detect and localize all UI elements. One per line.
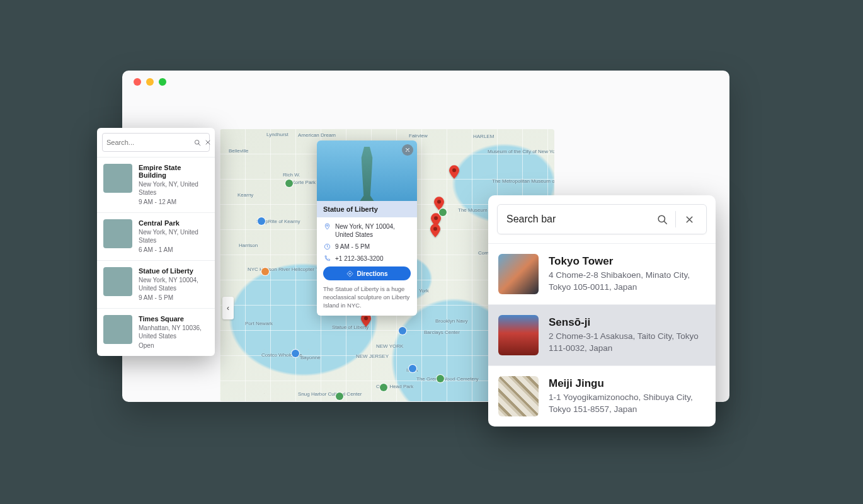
map-pin-icon[interactable] — [430, 224, 440, 238]
map-poi-icon — [437, 375, 444, 382]
small-clear-button[interactable] — [204, 135, 212, 149]
map-label: Brooklyn Navy — [435, 318, 468, 324]
places-sidebar-small: Empire State Building New York, NY, Unit… — [97, 128, 215, 356]
map-label: Lyndhurst — [266, 132, 289, 137]
svg-point-2 — [434, 216, 438, 220]
map-label: Bayonne — [300, 355, 321, 360]
close-icon — [204, 139, 212, 146]
place-address: Manhattan, NY 10036, United States — [139, 324, 209, 340]
map-poi-icon — [292, 350, 299, 357]
place-address: 4 Chome-2-8 Shibakoen, Minato City, Toky… — [549, 270, 706, 292]
place-title: Times Square — [139, 315, 209, 323]
places-sidebar-large: Tokyo Tower 4 Chome-2-8 Shibakoen, Minat… — [488, 195, 716, 427]
place-hours: Open — [139, 341, 209, 350]
small-search-button[interactable] — [193, 135, 202, 149]
window-close-dot[interactable] — [134, 78, 141, 86]
popup-hours-row: 9 AM - 5 PM — [323, 243, 411, 251]
window-minimize-dot[interactable] — [146, 78, 154, 86]
small-search-input[interactable] — [106, 139, 193, 146]
search-icon — [193, 139, 202, 147]
place-address: New York, NY, United States — [139, 180, 209, 197]
map-poi-icon — [439, 209, 447, 216]
big-list-item[interactable]: Tokyo Tower 4 Chome-2-8 Shibakoen, Minat… — [488, 244, 716, 305]
place-address: 1-1 Yoyogikamizonocho, Shibuya City, Tok… — [549, 392, 706, 415]
big-list-item[interactable]: Meiji Jingu 1-1 Yoyogikamizonocho, Shibu… — [488, 366, 716, 427]
place-thumbnail — [103, 164, 132, 193]
close-icon — [684, 214, 695, 225]
big-clear-button[interactable] — [678, 209, 700, 230]
map-poi-icon — [399, 327, 406, 335]
close-icon — [404, 147, 411, 153]
place-thumbnail — [498, 254, 539, 294]
map-label: NEW YORK — [376, 343, 403, 349]
location-pin-icon — [323, 222, 331, 230]
popup-address: New York, NY 10004, United States — [335, 222, 411, 239]
map-poi-icon — [336, 392, 343, 400]
map-label: Harrison — [239, 243, 258, 248]
place-hours: 9 AM - 12 AM — [139, 198, 209, 206]
small-list-item[interactable]: Empire State Building New York, NY, Unit… — [97, 157, 215, 212]
place-thumbnail — [103, 267, 132, 296]
big-search-input[interactable] — [506, 214, 651, 225]
svg-point-1 — [437, 200, 441, 203]
map-label: Port Newark — [245, 321, 273, 326]
map-label: HARLEM — [473, 134, 494, 139]
place-title: Central Park — [139, 219, 209, 227]
place-thumbnail — [498, 315, 539, 355]
small-search-bar[interactable] — [102, 133, 210, 152]
map-label: The Green-Wood Cemetery — [416, 376, 479, 382]
small-list-item[interactable]: Times Square Manhattan, NY 10036, United… — [97, 308, 215, 356]
map-label: Fairview — [409, 133, 428, 139]
popup-hero-image — [317, 140, 417, 201]
map-poi-icon — [258, 217, 265, 225]
phone-icon — [323, 255, 331, 262]
small-list-item[interactable]: Statue of Liberty New York, NY 10004, Un… — [97, 260, 215, 308]
popup-address-row: New York, NY 10004, United States — [323, 222, 411, 239]
svg-point-4 — [364, 316, 368, 320]
map-poi-icon — [380, 384, 387, 391]
window-titlebar — [122, 71, 729, 93]
popup-phone-row: +1 212-363-3200 — [323, 255, 411, 263]
place-title: Meiji Jingu — [549, 377, 706, 390]
place-thumbnail — [498, 376, 539, 416]
map-label: Barclays Center — [424, 329, 460, 335]
place-address: 2 Chome-3-1 Asakusa, Taito City, Tokyo 1… — [549, 331, 706, 353]
place-title: Tokyo Tower — [549, 255, 706, 268]
popup-description: The Statue of Liberty is a huge neoclass… — [323, 285, 411, 309]
popup-phone: +1 212-363-3200 — [335, 255, 383, 263]
place-title: Statue of Liberty — [139, 267, 209, 275]
directions-button[interactable]: Directions — [323, 266, 411, 280]
place-hours: 6 AM - 1 AM — [139, 246, 209, 254]
clock-icon — [323, 243, 331, 250]
directions-button-label: Directions — [357, 270, 388, 277]
place-popup: Statue of Liberty New York, NY 10004, Un… — [317, 140, 417, 316]
map-label: York — [419, 288, 429, 294]
map-label: NEW JERSEY — [356, 353, 389, 359]
place-address: New York, NY, United States — [139, 228, 209, 244]
svg-point-3 — [433, 227, 437, 231]
map-label: Belleville — [229, 148, 249, 154]
map-label: Snug Harbor Cultural Center — [298, 391, 362, 397]
place-title: Empire State Building — [139, 164, 209, 179]
place-thumbnail — [103, 315, 132, 344]
place-address: New York, NY 10004, United States — [139, 276, 209, 292]
map-poi-icon — [409, 365, 416, 372]
popup-hours: 9 AM - 5 PM — [335, 243, 370, 251]
map-collapse-button[interactable]: ‹ — [222, 297, 234, 319]
big-search-button[interactable] — [651, 209, 673, 230]
svg-point-5 — [326, 225, 328, 226]
popup-close-button[interactable] — [402, 144, 413, 156]
small-list-item[interactable]: Central Park New York, NY, United States… — [97, 212, 215, 260]
map-pin-icon[interactable] — [449, 165, 459, 179]
map-label: The Metropolitan Museum of Art — [492, 178, 554, 184]
popup-title: Statue of Liberty — [317, 201, 417, 217]
big-search-bar[interactable] — [497, 204, 707, 234]
place-hours: 9 AM - 5 PM — [139, 294, 209, 302]
search-icon — [656, 214, 668, 226]
svg-point-0 — [452, 168, 456, 172]
directions-icon — [346, 270, 353, 277]
big-list-item[interactable]: Sensō-ji 2 Chome-3-1 Asakusa, Taito City… — [488, 305, 716, 366]
place-thumbnail — [103, 219, 132, 248]
statue-illustration — [353, 147, 381, 201]
window-maximize-dot[interactable] — [159, 78, 166, 86]
